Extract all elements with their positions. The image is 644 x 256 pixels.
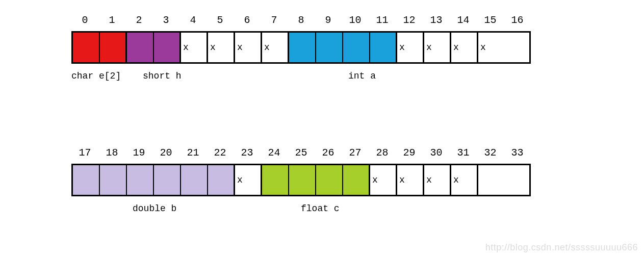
memory-row-1: 0 1 2 3 4 5 6 7 8 9 10 11 12 13 14 15 16… <box>71 14 531 81</box>
memory-cell <box>73 33 100 62</box>
index-label: 2 <box>125 14 152 26</box>
index-row-2: 17 18 19 20 21 22 23 24 25 26 27 28 29 3… <box>71 147 531 159</box>
index-label: 8 <box>288 14 315 26</box>
index-label: 20 <box>152 147 179 159</box>
index-label: 26 <box>315 147 342 159</box>
index-label: 32 <box>477 147 504 159</box>
memory-cell <box>289 165 316 195</box>
index-label: 19 <box>125 147 152 159</box>
label-short-h: short h <box>143 71 311 81</box>
index-label: 10 <box>342 14 369 26</box>
index-label: 21 <box>179 147 207 159</box>
memory-cell <box>343 165 370 195</box>
index-label: 16 <box>504 14 531 26</box>
memory-cell: x <box>397 33 424 62</box>
memory-cell <box>289 33 316 62</box>
index-label: 3 <box>152 14 179 26</box>
index-label: 22 <box>207 147 234 159</box>
memory-cell <box>478 165 505 195</box>
memory-cell <box>181 165 208 195</box>
memory-cell <box>154 165 181 195</box>
index-label: 5 <box>207 14 234 26</box>
field-labels-2: double b float c <box>71 203 531 214</box>
memory-cell <box>73 165 100 195</box>
index-label: 15 <box>477 14 504 26</box>
index-label: 27 <box>342 147 369 159</box>
index-label: 0 <box>71 14 98 26</box>
memory-cell: x <box>235 33 262 62</box>
memory-cell: x <box>397 165 424 195</box>
memory-cell: x <box>262 33 289 62</box>
memory-cell: x <box>208 33 235 62</box>
index-label: 28 <box>369 147 396 159</box>
memory-cell <box>127 33 154 62</box>
memory-cell: x <box>451 33 478 62</box>
index-label: 13 <box>423 14 450 26</box>
index-label: 6 <box>234 14 261 26</box>
field-labels-1: char e[2] short h int a <box>71 71 531 81</box>
label-float-c: float c <box>301 203 403 214</box>
memory-cell: x <box>424 33 451 62</box>
index-label: 31 <box>450 147 477 159</box>
memory-cell: x <box>235 165 262 195</box>
index-label: 23 <box>234 147 261 159</box>
cell-strip-1: xxxxxxxx <box>71 31 531 64</box>
index-label: 9 <box>315 14 342 26</box>
index-label: 18 <box>98 147 125 159</box>
index-label: 33 <box>504 147 531 159</box>
index-label: 11 <box>369 14 396 26</box>
watermark-text: http://blog.csdn.net/sssssuuuuu666 <box>485 242 638 253</box>
memory-cell <box>154 33 181 62</box>
index-row-1: 0 1 2 3 4 5 6 7 8 9 10 11 12 13 14 15 16 <box>71 14 531 26</box>
index-label: 17 <box>71 147 98 159</box>
memory-cell <box>343 33 370 62</box>
index-label: 12 <box>396 14 423 26</box>
memory-cell <box>262 165 289 195</box>
memory-cell <box>208 165 235 195</box>
memory-cell <box>100 165 127 195</box>
label-int-a: int a <box>311 71 413 81</box>
label-char-e2: char e[2] <box>71 71 143 81</box>
index-label: 7 <box>261 14 288 26</box>
index-label: 25 <box>288 147 315 159</box>
memory-cell: x <box>451 165 478 195</box>
memory-cell <box>127 165 154 195</box>
memory-cell <box>316 165 343 195</box>
memory-cell: x <box>181 33 208 62</box>
memory-cell <box>316 33 343 62</box>
index-label: 24 <box>261 147 288 159</box>
index-label: 4 <box>179 14 207 26</box>
memory-cell: x <box>424 165 451 195</box>
memory-cell: x <box>478 33 505 62</box>
index-label: 14 <box>450 14 477 26</box>
memory-cell: x <box>370 165 397 195</box>
cell-strip-2: xxxxx <box>71 164 531 196</box>
index-label: 30 <box>423 147 450 159</box>
memory-cell <box>370 33 397 62</box>
memory-cell <box>100 33 127 62</box>
index-label: 29 <box>396 147 423 159</box>
index-label: 1 <box>98 14 125 26</box>
label-double-b: double b <box>133 203 301 214</box>
memory-row-2: 17 18 19 20 21 22 23 24 25 26 27 28 29 3… <box>71 147 531 214</box>
